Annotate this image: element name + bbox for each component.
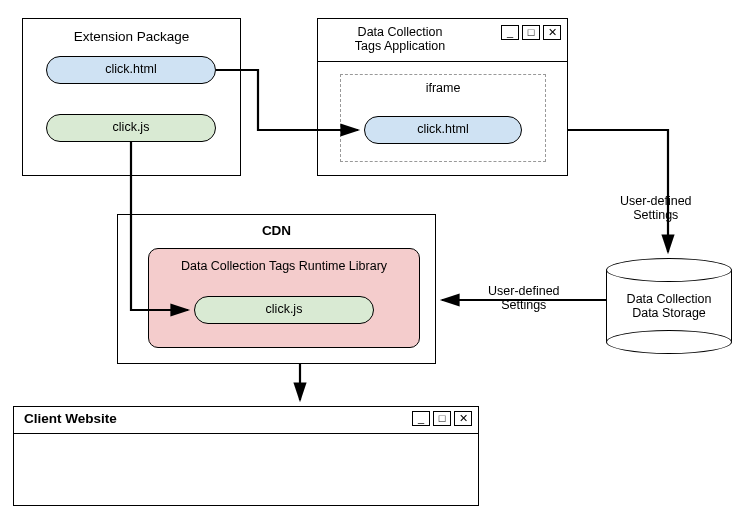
settings-label-top: User-defined Settings <box>620 194 692 222</box>
runtime-library-title: Data Collection Tags Runtime Library <box>149 259 419 273</box>
iframe-click-html-label: click.html <box>417 122 468 136</box>
close-icon: ✕ <box>454 411 472 426</box>
tags-app-title: Data Collection Tags Application <box>330 25 470 53</box>
runtime-click-js-label: click.js <box>266 302 303 316</box>
extension-click-html-label: click.html <box>105 62 156 76</box>
runtime-click-js-pill: click.js <box>194 296 374 324</box>
data-storage-label: Data Collection Data Storage <box>606 292 732 320</box>
close-icon: ✕ <box>543 25 561 40</box>
maximize-icon: □ <box>522 25 540 40</box>
extension-click-js-label: click.js <box>113 120 150 134</box>
extension-click-js-pill: click.js <box>46 114 216 142</box>
client-window-buttons: _ □ ✕ <box>412 411 472 426</box>
data-storage-cylinder: Data Collection Data Storage <box>606 258 732 354</box>
iframe-click-html-pill: click.html <box>364 116 522 144</box>
tags-app-window-buttons: _ □ ✕ <box>501 25 561 40</box>
maximize-icon: □ <box>433 411 451 426</box>
cdn-title: CDN <box>118 223 435 238</box>
client-website-title: Client Website <box>24 411 117 426</box>
settings-label-mid: User-defined Settings <box>488 284 560 312</box>
extension-package-title: Extension Package <box>23 29 240 44</box>
iframe-label: iframe <box>341 81 545 95</box>
client-website-window: Client Website _ □ ✕ <box>13 406 479 506</box>
minimize-icon: _ <box>501 25 519 40</box>
extension-click-html-pill: click.html <box>46 56 216 84</box>
extension-package-box: Extension Package <box>22 18 241 176</box>
minimize-icon: _ <box>412 411 430 426</box>
